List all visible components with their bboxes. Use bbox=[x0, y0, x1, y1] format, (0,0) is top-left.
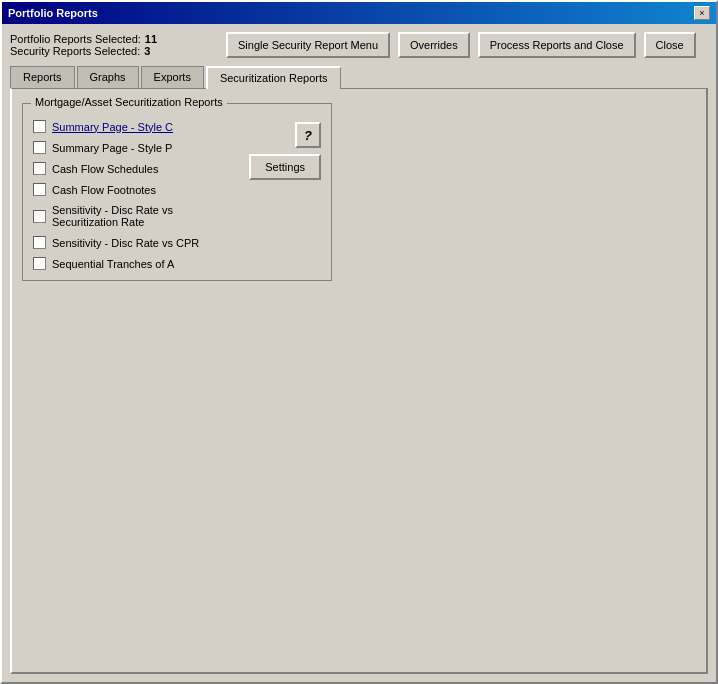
list-item: Cash Flow Footnotes bbox=[33, 183, 241, 196]
label-cash-flow-footnotes: Cash Flow Footnotes bbox=[52, 184, 156, 196]
side-buttons: ? Settings bbox=[249, 120, 321, 270]
checkbox-summary-style-p[interactable] bbox=[33, 141, 46, 154]
label-summary-style-c: Summary Page - Style C bbox=[52, 121, 173, 133]
checkbox-cash-flow-footnotes[interactable] bbox=[33, 183, 46, 196]
close-dialog-button[interactable]: Close bbox=[644, 32, 696, 58]
list-item: Sequential Tranches of A bbox=[33, 257, 241, 270]
portfolio-reports-label: Portfolio Reports Selected: bbox=[10, 33, 141, 45]
security-reports-count: 3 bbox=[144, 45, 150, 57]
security-reports-line: Security Reports Selected: 3 bbox=[10, 45, 210, 57]
portfolio-reports-line: Portfolio Reports Selected: 11 bbox=[10, 33, 210, 45]
label-summary-style-p: Summary Page - Style P bbox=[52, 142, 172, 154]
portfolio-reports-count: 11 bbox=[145, 33, 157, 45]
label-sequential-tranches-of-a: Sequential Tranches of A bbox=[52, 258, 174, 270]
label-sensitivity-disc-rate-vs-sec-rate: Sensitivity - Disc Rate vs Securitizatio… bbox=[52, 204, 241, 228]
list-item: Summary Page - Style P bbox=[33, 141, 241, 154]
window-title: Portfolio Reports bbox=[8, 7, 98, 19]
tab-panel: Mortgage/Asset Securitization Reports Su… bbox=[10, 88, 708, 674]
list-item: Summary Page - Style C bbox=[33, 120, 241, 133]
checkbox-sensitivity-disc-rate-vs-sec-rate[interactable] bbox=[33, 210, 46, 223]
close-button[interactable]: × bbox=[694, 6, 710, 20]
list-item: Sensitivity - Disc Rate vs CPR bbox=[33, 236, 241, 249]
group-box-label: Mortgage/Asset Securitization Reports bbox=[31, 96, 227, 108]
label-sensitivity-disc-rate-vs-cpr: Sensitivity - Disc Rate vs CPR bbox=[52, 237, 199, 249]
checkboxes-col: Summary Page - Style C Summary Page - St… bbox=[33, 120, 241, 270]
info-area: Portfolio Reports Selected: 11 Security … bbox=[10, 33, 210, 57]
title-bar-controls: × bbox=[694, 6, 710, 20]
single-security-button[interactable]: Single Security Report Menu bbox=[226, 32, 390, 58]
checkbox-cash-flow-schedules[interactable] bbox=[33, 162, 46, 175]
tab-exports[interactable]: Exports bbox=[141, 66, 204, 88]
tab-reports[interactable]: Reports bbox=[10, 66, 75, 88]
top-bar: Portfolio Reports Selected: 11 Security … bbox=[10, 32, 708, 58]
security-reports-label: Security Reports Selected: bbox=[10, 45, 140, 57]
checkbox-sensitivity-disc-rate-vs-cpr[interactable] bbox=[33, 236, 46, 249]
checkbox-summary-style-c[interactable] bbox=[33, 120, 46, 133]
inner-content: Summary Page - Style C Summary Page - St… bbox=[33, 120, 321, 270]
title-bar: Portfolio Reports × bbox=[2, 2, 716, 24]
tab-graphs[interactable]: Graphs bbox=[77, 66, 139, 88]
list-item: Sensitivity - Disc Rate vs Securitizatio… bbox=[33, 204, 241, 228]
help-button[interactable]: ? bbox=[295, 122, 321, 148]
checkbox-sequential-tranches-of-a[interactable] bbox=[33, 257, 46, 270]
label-cash-flow-schedules: Cash Flow Schedules bbox=[52, 163, 158, 175]
mortgage-securitization-group: Mortgage/Asset Securitization Reports Su… bbox=[22, 103, 332, 281]
process-and-close-button[interactable]: Process Reports and Close bbox=[478, 32, 636, 58]
portfolio-reports-window: Portfolio Reports × Portfolio Reports Se… bbox=[0, 0, 718, 684]
settings-button[interactable]: Settings bbox=[249, 154, 321, 180]
tabs-container: Reports Graphs Exports Securitization Re… bbox=[10, 66, 708, 88]
tab-securitization-reports[interactable]: Securitization Reports bbox=[206, 66, 341, 89]
list-item: Cash Flow Schedules bbox=[33, 162, 241, 175]
overrides-button[interactable]: Overrides bbox=[398, 32, 470, 58]
content-area: Portfolio Reports Selected: 11 Security … bbox=[2, 24, 716, 682]
